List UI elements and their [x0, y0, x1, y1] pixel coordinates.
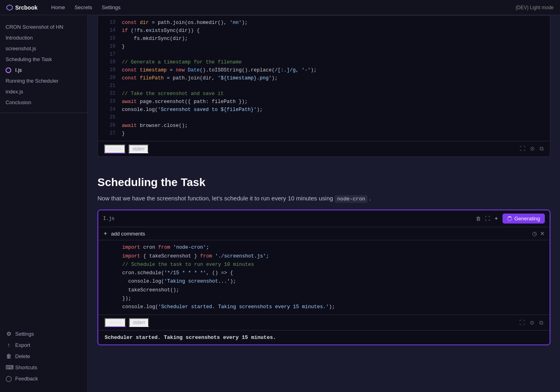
inline-code-node-cron: node-cron — [335, 195, 367, 203]
ai-prompt-input[interactable] — [111, 231, 529, 237]
mode-indicator: (DEV) Light mode — [516, 5, 554, 10]
delete-icon: 🗑 — [6, 353, 12, 359]
stdout-output: Scheduler started. Taking screenshots ev… — [98, 330, 550, 344]
code-line-15: 15 fs.mkdirSync(dir); — [98, 35, 550, 43]
top-code-block: 13 const dir = path.join(os.homedir(), '… — [97, 15, 550, 157]
prompt-history-icon[interactable]: ◷ — [532, 230, 537, 237]
stop-icon-ai[interactable]: ⊘ — [530, 319, 534, 326]
ai-code-block: I.js 🗑 ⛶ ✦ Generating ✦ ◷ ✕ — [97, 210, 550, 345]
export-icon: ↑ — [6, 342, 12, 348]
code-line-22: 22 // Take the screenshot and save it — [98, 90, 550, 98]
expand-icon-ai-toolbar[interactable]: ⛶ — [519, 319, 525, 326]
loading-spinner — [507, 216, 512, 221]
expand-icon-ai[interactable]: ⛶ — [485, 216, 490, 222]
ai-prompt-row: ✦ ◷ ✕ — [98, 227, 550, 240]
code-line-20: 20 const filePath = path.join(dir, '${ti… — [98, 74, 550, 82]
stderr-tab-top[interactable]: stderr — [129, 145, 149, 153]
code-line-13: 13 const dir = path.join(os.homedir(), '… — [98, 19, 550, 27]
trash-icon[interactable]: 🗑 — [476, 216, 481, 222]
content-area: 13 const dir = path.join(os.homedir(), '… — [88, 15, 560, 392]
nav-links: Home Secrets Settings — [47, 3, 125, 12]
ai-line-5: cron.schedule('*/15 * * * *', () => { — [98, 269, 550, 277]
sidebar-item-cron-screenshot[interactable]: CRON Screenshot of HN — [0, 22, 87, 32]
ai-line-7: takeScreenshot(); — [98, 286, 550, 295]
section-title: Scheduling the Task — [97, 176, 550, 189]
stdout-tab-top[interactable]: stdout — [104, 145, 125, 153]
ai-code-toolbar: stdout stderr ⛶ ⊘ ⧉ — [98, 315, 550, 330]
ai-line-2: import { takeScreenshot } from './screen… — [98, 252, 550, 261]
prompt-sparkle-icon: ✦ — [103, 230, 108, 237]
sidebar-item-delete[interactable]: 🗑 Delete — [0, 350, 87, 362]
toolbar-icons-ai: ⛶ ⊘ ⧉ — [519, 319, 543, 326]
stderr-tab-ai[interactable]: stderr — [129, 318, 149, 327]
ai-filename: I.js — [103, 216, 115, 222]
code-line-23: 23 await page.screenshot({ path: filePat… — [98, 98, 550, 106]
toolbar-icons-top: ⛶ ⊘ ⧉ — [520, 145, 544, 152]
sidebar-item-index-js[interactable]: index.js — [0, 86, 87, 97]
sidebar-item-running-scheduler[interactable]: Running the Scheduler — [0, 75, 87, 86]
code-line-25: 25 — [98, 114, 550, 121]
generating-button[interactable]: Generating — [502, 214, 545, 224]
top-nav: Srcbook Home Secrets Settings (DEV) Ligh… — [0, 0, 560, 15]
copy-icon[interactable]: ⧉ — [540, 145, 544, 152]
code-line-18: 18 // Generate a timestamp for the filen… — [98, 58, 550, 66]
sidebar-bottom-section: ⚙ Settings ↑ Export 🗑 Delete ⌨ Shortcuts… — [0, 325, 87, 387]
sidebar-item-l-js[interactable]: I.js — [0, 65, 87, 75]
main-layout: CRON Screenshot of HN Introduction scree… — [0, 15, 560, 392]
code-line-14: 14 if (!fs.existsSync(dir)) { — [98, 27, 550, 35]
ai-line-6: console.log('Taking screenshot...'); — [98, 277, 550, 286]
settings-icon: ⚙ — [6, 331, 12, 337]
code-line-21: 21 — [98, 82, 550, 90]
sidebar-item-feedback[interactable]: ◯ Feedback — [0, 373, 87, 384]
top-code-toolbar: stdout stderr ⛶ ⊘ ⧉ — [98, 141, 550, 156]
sidebar-nav-section: CRON Screenshot of HN Introduction scree… — [0, 20, 87, 109]
ai-line-8: }); — [98, 295, 550, 303]
scheduling-section: Scheduling the Task Now that we have the… — [88, 166, 560, 210]
copy-icon-ai[interactable]: ⧉ — [539, 319, 543, 326]
code-line-27: 27 } — [98, 130, 550, 138]
sidebar-item-conclusion[interactable]: Conclusion — [0, 97, 87, 108]
ai-code-area: import cron from 'node-cron'; import { t… — [98, 240, 550, 315]
ai-header-icons: 🗑 ⛶ ✦ Generating — [476, 214, 545, 224]
section-description: Now that we have the screenshot function… — [97, 194, 550, 204]
ai-prompt-actions: ◷ ✕ — [532, 230, 545, 237]
expand-icon[interactable]: ⛶ — [520, 145, 525, 152]
top-code-area: 13 const dir = path.join(os.homedir(), '… — [98, 16, 550, 141]
sidebar-item-scheduling-task[interactable]: Scheduling the Task — [0, 54, 87, 65]
code-line-24: 24 console.log('Screenshot saved to ${fi… — [98, 106, 550, 114]
ai-code-header: I.js 🗑 ⛶ ✦ Generating — [98, 210, 550, 227]
nav-settings[interactable]: Settings — [98, 3, 125, 12]
stop-icon[interactable]: ⊘ — [530, 145, 535, 152]
ai-line-1: import cron from 'node-cron'; — [98, 244, 550, 252]
ai-line-10: console.log('Scheduler started. Taking s… — [98, 303, 550, 311]
sidebar-item-settings[interactable]: ⚙ Settings — [0, 328, 87, 339]
app-logo[interactable]: Srcbook — [6, 4, 38, 11]
sidebar: CRON Screenshot of HN Introduction scree… — [0, 15, 88, 392]
feedback-icon: ◯ — [6, 375, 12, 382]
app-name: Srcbook — [15, 4, 38, 11]
nav-home[interactable]: Home — [47, 3, 69, 12]
shortcuts-icon: ⌨ — [6, 364, 12, 370]
sidebar-item-introduction[interactable]: Introduction — [0, 32, 87, 43]
code-line-17: 17 — [98, 51, 550, 58]
sparkle-icon[interactable]: ✦ — [494, 216, 498, 222]
prompt-close-icon[interactable]: ✕ — [540, 230, 545, 237]
ai-line-4: // Schedule the task to run every 10 min… — [98, 261, 550, 269]
svg-marker-0 — [7, 5, 12, 10]
code-line-19: 19 const timestamp = new Date().toISOStr… — [98, 66, 550, 74]
code-line-16: 16 } — [98, 43, 550, 51]
sidebar-item-screenshot-js[interactable]: screenshot.js — [0, 43, 87, 54]
nav-secrets[interactable]: Secrets — [71, 3, 96, 12]
sidebar-item-shortcuts[interactable]: ⌨ Shortcuts — [0, 362, 87, 373]
code-line-26: 26 await browser.close(); — [98, 122, 550, 130]
stdout-tab-ai[interactable]: stdout — [105, 318, 126, 327]
sidebar-item-export[interactable]: ↑ Export — [0, 339, 87, 350]
sidebar-divider — [0, 113, 87, 113]
